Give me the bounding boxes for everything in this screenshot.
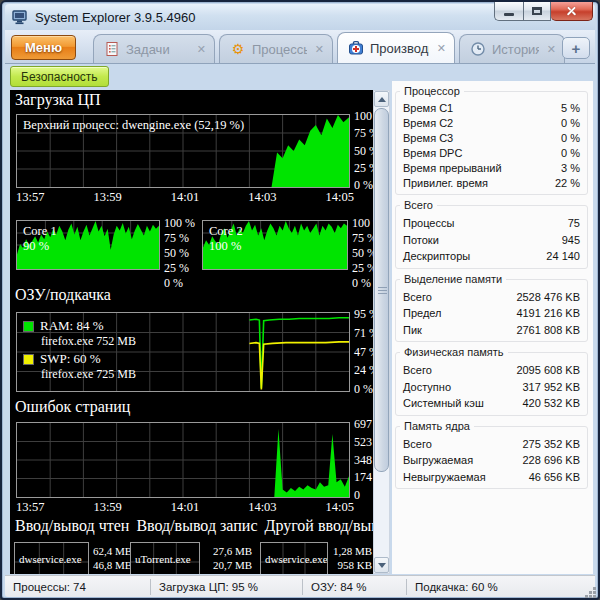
stat-row: Время DPC0 % — [399, 146, 584, 161]
core2-graph: Core 2 100 % — [202, 220, 348, 270]
stat-row: Потоки945 — [399, 232, 584, 249]
core2-name: Core 2 — [209, 224, 243, 239]
tab-performance[interactable]: Производи... ✕ — [337, 32, 455, 63]
memory-section-title: ОЗУ/подкачка — [15, 286, 111, 304]
stat-row: Всего275 352 KB — [399, 436, 584, 453]
io-read-process: dwservice.exe — [19, 553, 82, 565]
processes-gear-icon: ⚙ — [230, 41, 246, 57]
tab-tasks[interactable]: Задачи ✕ — [93, 34, 215, 63]
stat-row: Доступно317 952 KB — [399, 379, 584, 396]
ram-label: RAM: 84 % — [40, 318, 104, 334]
io-read-title: Ввод/вывод чтен — [15, 517, 129, 535]
scrollbar-thumb[interactable] — [374, 108, 389, 472]
io-write-process: uTorrent.exe — [135, 553, 191, 565]
pagefaults-graph — [16, 422, 350, 498]
tab-label: Задачи — [126, 42, 189, 57]
resize-grip[interactable] — [589, 591, 592, 594]
core1-graph: Core 1 90 % — [16, 220, 160, 270]
performance-icon — [348, 40, 364, 56]
tabbar: Меню Задачи ✕ ⚙ Процессы ✕ — [5, 30, 595, 64]
cpu-top-process: Верхний процесс: dwengine.exe (52,19 %) — [23, 118, 244, 133]
io-other-scale: 1,28 MB958 KB — [328, 544, 372, 572]
io-read-graph: dwservice.exe — [14, 542, 89, 574]
tab-close-icon[interactable]: ✕ — [437, 43, 446, 54]
scroll-down-button[interactable] — [374, 557, 389, 573]
security-button[interactable]: Безопасность — [10, 66, 109, 87]
cpu-section-title: Загрузка ЦП — [15, 91, 101, 109]
io-write-scale: 27,6 MB20,7 MB — [204, 544, 252, 572]
minimize-icon — [504, 13, 514, 16]
core2-value: 100 % — [209, 239, 243, 254]
status-cpu-load: Загрузка ЦП: 95 % — [151, 579, 303, 595]
cpu-x-axis: 13:5713:5914:0114:0314:05 — [16, 190, 354, 205]
tab-label: Процессы — [252, 42, 307, 57]
stat-row: Время C15 % — [399, 101, 584, 116]
vertical-scrollbar[interactable] — [373, 90, 390, 574]
swap-label: SWP: 60 % — [40, 351, 101, 367]
tasks-icon — [104, 41, 120, 57]
group-kernel-memory: Память ядра Всего275 352 KB Выгружаемая2… — [395, 426, 588, 490]
cpu-y-axis: 100 %75 %50 %25 %0 % — [354, 109, 373, 193]
group-totals: Всего Процессы75 Потоки945 Дескрипторы24… — [395, 205, 588, 269]
stat-row: Системный кэш420 532 KB — [399, 395, 584, 412]
scroll-up-button[interactable] — [374, 91, 389, 107]
group-processor: Процессор Время C15 % Время C20 % Время … — [395, 91, 588, 195]
tab-label: История — [492, 42, 539, 57]
stat-row: Дескрипторы24 140 — [399, 248, 584, 265]
window-controls — [494, 2, 593, 21]
tab-label: Производи... — [370, 41, 429, 56]
swap-color-swatch — [23, 354, 34, 365]
stat-row: Процессы75 — [399, 215, 584, 232]
stat-row: Время C30 % — [399, 131, 584, 146]
stat-row: Время C20 % — [399, 116, 584, 131]
io-write-title: Ввод/вывод запис — [136, 517, 257, 535]
menu-button[interactable]: Меню — [11, 35, 76, 60]
performance-graph-panel: Загрузка ЦП Верхний процесс: dwengine.ex… — [10, 90, 373, 574]
stat-row: Всего2528 476 KB — [399, 289, 584, 306]
app-window: System Explorer 3.9.5.4960 Меню Задачи ✕… — [0, 0, 600, 600]
tab-close-icon[interactable]: ✕ — [547, 44, 556, 55]
tab-processes[interactable]: ⚙ Процессы ✕ — [219, 34, 333, 63]
maximize-button[interactable] — [523, 2, 551, 21]
io-write-graph: uTorrent.exe — [130, 542, 200, 574]
core2-y-axis: 100 %75 %50 %25 %0 % — [352, 216, 373, 274]
close-button[interactable] — [551, 2, 593, 21]
status-swap: Подкачка: 60 % — [407, 579, 595, 595]
statusbar: Процессы: 74 Загрузка ЦП: 95 % ОЗУ: 84 %… — [5, 575, 595, 597]
stats-panel: Процессор Время C15 % Время C20 % Время … — [392, 81, 593, 574]
swap-top-process: firefox.exe 725 MB — [41, 367, 136, 384]
status-processes: Процессы: 74 — [5, 579, 151, 595]
stat-row: Время прерываний3 % — [399, 161, 584, 176]
tab-close-icon[interactable]: ✕ — [315, 44, 324, 55]
memory-legend: RAM: 84 % firefox.exe 752 MB SWP: 60 % f… — [23, 318, 136, 384]
core1-y-axis: 100 %75 %50 %25 %0 % — [164, 216, 195, 274]
pagefaults-section-title: Ошибок страниц — [15, 398, 130, 416]
stat-row: Предел4191 216 KB — [399, 305, 584, 322]
io-read-scale: 62,4 MB46,8 MB — [88, 544, 132, 572]
arrow-down-icon — [378, 563, 386, 568]
cpu-graph: Верхний процесс: dwengine.exe (52,19 %) — [16, 114, 350, 188]
app-icon — [12, 10, 29, 25]
io-other-process: dwservice.exe — [265, 553, 328, 565]
tab-history[interactable]: История ✕ — [459, 34, 565, 63]
io-other-graph: dwservice.exe — [260, 542, 328, 574]
arrow-up-icon — [378, 97, 386, 102]
stat-row: Невыгружаемая46 656 KB — [399, 469, 584, 486]
stat-row: Выгружаемая228 696 KB — [399, 452, 584, 469]
history-clock-icon — [470, 41, 486, 57]
tab-close-icon[interactable]: ✕ — [197, 44, 206, 55]
stat-row: Всего2095 608 KB — [399, 362, 584, 379]
ram-color-swatch — [23, 321, 34, 332]
io-section-titles: Ввод/вывод чтен Ввод/вывод запис Другой … — [15, 517, 373, 535]
add-tab-button[interactable]: + — [562, 37, 590, 59]
pagefaults-x-axis: 13:5713:5914:0114:0314:05 — [16, 500, 354, 515]
minimize-button[interactable] — [494, 2, 523, 21]
ram-top-process: firefox.exe 752 MB — [41, 334, 136, 351]
memory-graph: RAM: 84 % firefox.exe 752 MB SWP: 60 % f… — [16, 312, 350, 392]
core1-value: 90 % — [23, 239, 57, 254]
close-icon — [566, 6, 577, 17]
stat-row: Привилег. время22 % — [399, 176, 584, 191]
core1-name: Core 1 — [23, 224, 57, 239]
thumb-grip-icon — [378, 290, 387, 291]
io-other-title: Другой ввод/выв — [264, 517, 373, 535]
